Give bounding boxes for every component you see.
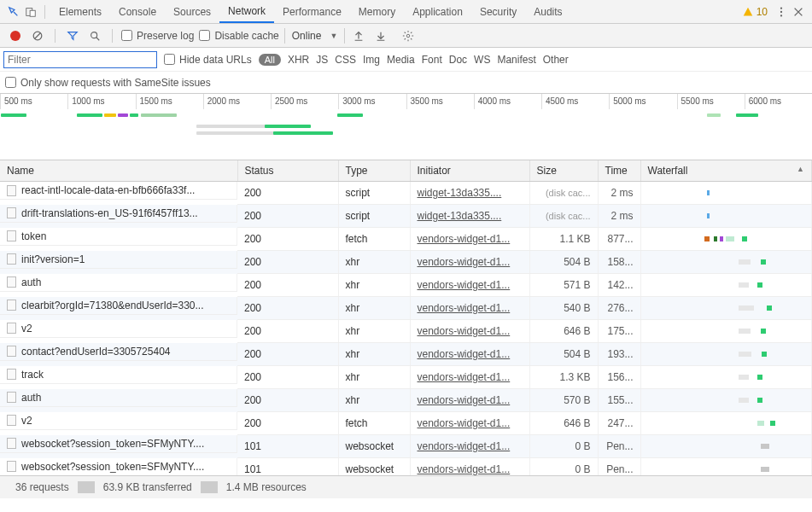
status-requests: 36 requests — [7, 481, 78, 493]
clear-icon[interactable] — [29, 27, 46, 44]
filter-type-img[interactable]: Img — [363, 54, 380, 66]
col-initiator[interactable]: Initiator — [410, 160, 529, 182]
tab-performance[interactable]: Performance — [274, 0, 350, 23]
timeline-overview[interactable]: 500 ms1000 ms1500 ms2000 ms2500 ms3000 m… — [0, 94, 812, 160]
close-icon[interactable] — [790, 3, 807, 20]
request-row[interactable]: clearbit?orgId=71380&endUserId=330...200… — [0, 297, 812, 320]
request-initiator[interactable]: vendors-widget-d1... — [418, 256, 511, 268]
warnings-badge[interactable]: 10 — [743, 6, 768, 18]
request-row[interactable]: track200xhrvendors-widget-d1...1.3 KB156… — [0, 366, 812, 389]
tab-elements[interactable]: Elements — [50, 0, 110, 23]
request-initiator[interactable]: widget-13da335.... — [418, 187, 502, 199]
filter-type-js[interactable]: JS — [316, 54, 328, 66]
svg-point-4 — [780, 15, 782, 16]
filter-type-all[interactable]: All — [259, 54, 281, 66]
request-row[interactable]: init?version=1200xhrvendors-widget-d1...… — [0, 251, 812, 274]
request-type: script — [338, 205, 410, 228]
request-table: Name Status Type Initiator Size Time Wat… — [0, 160, 812, 476]
device-toggle-icon[interactable] — [22, 3, 39, 20]
request-name: websocket?session_token=SFMyNTY.... — [21, 461, 204, 473]
filter-bar: Hide data URLs AllXHRJSCSSImgMediaFontDo… — [0, 48, 812, 72]
request-initiator[interactable]: vendors-widget-d1... — [418, 394, 511, 406]
request-row[interactable]: auth200xhrvendors-widget-d1...570 B155..… — [0, 389, 812, 412]
request-status: 200 — [237, 205, 338, 228]
tab-network[interactable]: Network — [219, 0, 274, 23]
request-row[interactable]: react-intl-locale-data-en-bfb666fa33f...… — [0, 182, 812, 205]
request-type: xhr — [338, 366, 410, 389]
col-size[interactable]: Size — [529, 160, 598, 182]
filter-type-doc[interactable]: Doc — [449, 54, 467, 66]
tab-sources[interactable]: Sources — [165, 0, 219, 23]
file-icon — [7, 253, 16, 265]
filter-type-xhr[interactable]: XHR — [288, 54, 309, 66]
request-initiator[interactable]: vendors-widget-d1... — [418, 233, 511, 245]
request-row[interactable]: websocket?session_token=SFMyNTY....101we… — [0, 435, 812, 458]
request-initiator[interactable]: vendors-widget-d1... — [418, 325, 511, 337]
request-row[interactable]: v2200xhrvendors-widget-d1...646 B175... — [0, 320, 812, 343]
filter-input[interactable] — [3, 51, 157, 68]
inspect-icon[interactable] — [5, 3, 22, 20]
request-initiator[interactable]: widget-13da335.... — [418, 210, 502, 222]
request-initiator[interactable]: vendors-widget-d1... — [418, 440, 511, 452]
request-row[interactable]: drift-translations-en_US-91f6f457ff13...… — [0, 205, 812, 228]
waterfall-cell — [648, 253, 805, 271]
upload-har-icon[interactable] — [350, 27, 367, 44]
file-icon — [7, 346, 16, 357]
request-name: drift-translations-en_US-91f6f457ff13... — [21, 207, 198, 219]
waterfall-cell — [648, 323, 805, 340]
filter-type-other[interactable]: Other — [543, 54, 569, 66]
request-initiator[interactable]: vendors-widget-d1... — [418, 371, 511, 383]
request-type: xhr — [338, 274, 410, 297]
throttle-select[interactable]: Online▼ — [284, 28, 346, 44]
request-time: 877... — [598, 228, 640, 251]
request-row[interactable]: token200fetchvendors-widget-d1...1.1 KB8… — [0, 228, 812, 251]
kebab-icon[interactable] — [773, 3, 790, 20]
tab-memory[interactable]: Memory — [350, 0, 404, 23]
request-row[interactable]: auth200xhrvendors-widget-d1...571 B142..… — [0, 274, 812, 297]
svg-point-3 — [780, 10, 782, 12]
tab-security[interactable]: Security — [471, 0, 525, 23]
col-name[interactable]: Name — [0, 160, 237, 182]
download-har-icon[interactable] — [372, 27, 389, 44]
request-row[interactable]: websocket?session_token=SFMyNTY....101we… — [0, 458, 812, 477]
disable-cache-checkbox[interactable]: Disable cache — [199, 30, 278, 42]
request-status: 101 — [237, 435, 338, 458]
filter-type-font[interactable]: Font — [422, 54, 442, 66]
col-time[interactable]: Time — [598, 160, 640, 182]
request-initiator[interactable]: vendors-widget-d1... — [418, 279, 511, 291]
status-transferred: 63.9 KB transferred — [95, 481, 201, 493]
request-initiator[interactable]: vendors-widget-d1... — [418, 463, 511, 475]
hide-data-urls-checkbox[interactable]: Hide data URLs — [164, 54, 252, 66]
filter-type-css[interactable]: CSS — [335, 54, 356, 66]
tab-application[interactable]: Application — [404, 0, 471, 23]
request-initiator[interactable]: vendors-widget-d1... — [418, 302, 511, 314]
waterfall-cell — [648, 415, 805, 432]
time-ruler: 500 ms1000 ms1500 ms2000 ms2500 ms3000 m… — [0, 94, 812, 109]
filter-type-manifest[interactable]: Manifest — [497, 54, 535, 66]
request-row[interactable]: contact?endUserId=3305725404200xhrvendor… — [0, 343, 812, 366]
record-button[interactable] — [7, 27, 24, 44]
filter-icon[interactable] — [64, 27, 81, 44]
col-waterfall[interactable]: Waterfall▲ — [640, 160, 812, 182]
request-time: 142... — [598, 274, 640, 297]
tab-audits[interactable]: Audits — [525, 0, 570, 23]
samesite-checkbox[interactable]: Only show requests with SameSite issues — [5, 77, 211, 89]
request-time: 175... — [598, 320, 640, 343]
request-time: 276... — [598, 297, 640, 320]
settings-gear-icon[interactable] — [400, 27, 417, 44]
filter-type-ws[interactable]: WS — [474, 54, 490, 66]
search-icon[interactable] — [86, 27, 103, 44]
tab-console[interactable]: Console — [110, 0, 165, 23]
request-name: react-intl-locale-data-en-bfb666fa33f... — [21, 184, 195, 196]
request-time: 247... — [598, 412, 640, 435]
filter-type-media[interactable]: Media — [387, 54, 415, 66]
preserve-log-checkbox[interactable]: Preserve log — [121, 30, 194, 42]
col-status[interactable]: Status — [237, 160, 338, 182]
request-status: 200 — [237, 343, 338, 366]
warning-count: 10 — [757, 6, 768, 18]
col-type[interactable]: Type — [338, 160, 410, 182]
request-row[interactable]: v2200fetchvendors-widget-d1...646 B247..… — [0, 412, 812, 435]
request-initiator[interactable]: vendors-widget-d1... — [418, 348, 511, 360]
request-initiator[interactable]: vendors-widget-d1... — [418, 417, 511, 429]
file-icon — [7, 415, 16, 426]
